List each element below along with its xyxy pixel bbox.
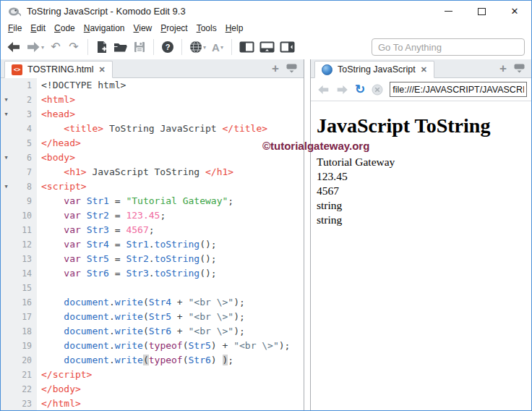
line-number[interactable]: 4 [12,122,37,136]
line-number[interactable]: 6 [12,151,37,165]
output-line: Tutorial Gateway [317,155,528,169]
menu-item-tools[interactable]: Tools [192,23,221,33]
toggle-right-pane-button[interactable] [280,38,295,56]
go-to-anything-input[interactable] [372,38,525,56]
back-button[interactable] [7,38,21,56]
line-number[interactable]: 21 [12,368,37,382]
code-line[interactable]: 12 var Str4 = Str1.toString(); [1,237,304,252]
line-number[interactable]: 11 [12,223,37,237]
browser-forward-button[interactable] [336,85,348,95]
undo-button[interactable]: ↶ [49,38,62,56]
toggle-left-pane-button[interactable] [239,38,254,56]
code-area[interactable]: 1<!DOCTYPE html>▼2<html>▼3<head>4 <title… [1,78,304,410]
code-line[interactable]: 9 var Str1 = "Tutorial Gateway"; [1,194,304,208]
fold-arrow-icon[interactable]: ▼ [1,107,12,122]
font-settings-button[interactable]: A ▾ [211,38,224,56]
line-number[interactable]: 1 [12,78,37,93]
line-number[interactable]: 22 [12,382,37,397]
code-line[interactable]: 20 document.write(typeof(Str6) ); [1,353,304,368]
open-file-button[interactable] [113,38,128,56]
tab-close-icon[interactable]: ✕ [98,65,105,75]
code-line[interactable]: 22</body> [1,382,304,397]
line-number[interactable]: 20 [12,353,37,368]
tab-tostring-javascript[interactable]: ToString JavaScript ✕ [314,61,434,78]
code-line[interactable]: 21</script> [1,368,304,382]
line-number[interactable]: 19 [12,339,37,353]
browser-stop-button[interactable] [372,84,383,96]
line-number[interactable]: 15 [12,281,37,295]
menu-item-edit[interactable]: Edit [26,23,50,33]
maximize-button[interactable] [465,1,498,22]
forward-button[interactable]: ▾ [26,38,44,56]
line-number[interactable]: 8 [12,179,37,194]
code-line[interactable]: 19 document.write(typeof(Str5) + "<br \>… [1,339,304,353]
code-line[interactable]: 23</html> [1,397,304,410]
line-number[interactable]: 14 [12,266,37,281]
address-bar-input[interactable] [390,82,527,97]
fold-arrow-icon[interactable]: ▼ [1,179,12,194]
new-file-button[interactable] [95,38,108,56]
browser-dropdown-caret[interactable]: ▾ [203,44,206,51]
line-number[interactable]: 12 [12,237,37,252]
pane-splitter[interactable] [304,59,311,410]
menu-item-navigation[interactable]: Navigation [80,23,129,33]
line-number[interactable]: 9 [12,194,37,208]
menu-item-file[interactable]: File [4,23,26,33]
line-number[interactable]: 18 [12,324,37,339]
code-line[interactable]: 7 <h1> JavaScript ToString </h1> [1,165,304,179]
new-file-icon [96,41,108,54]
line-number[interactable]: 13 [12,252,37,266]
browser-pane: ToString JavaScript ✕ + ↻ [311,59,531,410]
fold-arrow-icon[interactable]: ▼ [1,151,12,165]
code-line[interactable]: 13 var Str5 = Str2.toString(); [1,252,304,266]
code-line[interactable]: 15 [1,281,304,295]
help-button[interactable]: ? [161,38,174,56]
browser-output: Tutorial Gateway123.454567stringstring [317,155,528,227]
menu-item-view[interactable]: View [129,23,156,33]
code-line[interactable]: ▼6<body> [1,151,304,165]
line-number[interactable]: 17 [12,310,37,324]
code-line[interactable]: 4 <title> ToString JavaScript </title> [1,122,304,136]
browser-reload-button[interactable]: ↻ [355,83,365,96]
toolbar: ▾ ↶ ↷ ? ▾ A ▾ [1,35,531,59]
line-number[interactable]: 7 [12,165,37,179]
close-button[interactable]: ✕ [498,1,531,22]
line-number[interactable]: 2 [12,93,37,107]
fold-arrow-icon[interactable]: ▼ [1,93,12,107]
stop-icon [372,84,383,96]
open-folder-icon [113,41,128,53]
code-line[interactable]: ▼3<head> [1,107,304,122]
forward-dropdown-caret[interactable]: ▾ [41,44,44,51]
menu-item-project[interactable]: Project [156,23,192,33]
tab-list-icon[interactable] [514,64,525,73]
tab-close-icon[interactable]: ✕ [421,65,427,75]
preview-browser-button[interactable]: ▾ [189,38,206,56]
menu-item-help[interactable]: Help [221,23,248,33]
code-line[interactable]: ▼2<html> [1,93,304,107]
code-line[interactable]: 11 var Str3 = 4567; [1,223,304,237]
tab-list-icon[interactable] [286,64,297,73]
line-number[interactable]: 16 [12,295,37,310]
font-dropdown-caret[interactable]: ▾ [220,44,223,51]
code-line[interactable]: 10 var Str2 = 123.45; [1,208,304,223]
line-number[interactable]: 5 [12,136,37,151]
tab-tostring-html[interactable]: <> TOSTRING.html ✕ [4,61,113,78]
code-line[interactable]: 17 document.write(Str5 + "<br \>"); [1,310,304,324]
code-line[interactable]: ▼8<script> [1,179,304,194]
new-tab-icon[interactable]: + [499,62,507,75]
code-line[interactable]: 18 document.write(Str6 + "<br \>"); [1,324,304,339]
code-line[interactable]: 14 var Str6 = Str3.toString(); [1,266,304,281]
line-number[interactable]: 23 [12,397,37,410]
line-number[interactable]: 3 [12,107,37,122]
line-number[interactable]: 10 [12,208,37,223]
toggle-bottom-pane-button[interactable] [259,38,275,56]
new-tab-icon[interactable]: + [272,62,279,75]
minimize-button[interactable] [432,1,465,22]
browser-back-button[interactable] [317,85,330,95]
code-line[interactable]: 1<!DOCTYPE html> [1,78,304,93]
code-line[interactable]: 16 document.write(Str4 + "<br \>"); [1,295,304,310]
code-line[interactable]: 5</head> [1,136,304,151]
menu-item-code[interactable]: Code [50,23,80,33]
redo-button[interactable]: ↷ [67,38,80,56]
save-button[interactable] [133,38,146,56]
